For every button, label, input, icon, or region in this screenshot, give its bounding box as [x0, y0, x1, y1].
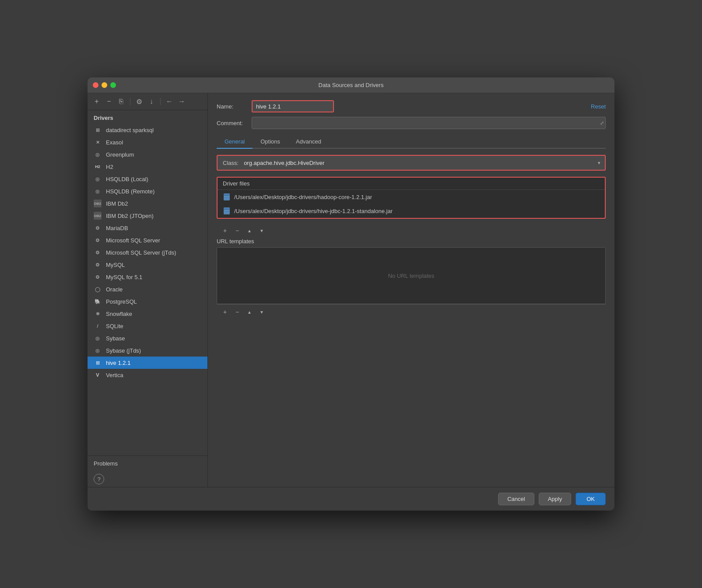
sidebar-item-hive-121[interactable]: ⊞ hive 1.2.1	[88, 357, 207, 369]
name-label: Name:	[217, 103, 252, 110]
sidebar-item-label: Oracle	[106, 286, 123, 293]
reset-button[interactable]: Reset	[591, 103, 606, 110]
sidebar-item-label: MariaDB	[106, 225, 128, 231]
sidebar-item-vertica[interactable]: V Vertica	[88, 369, 207, 381]
main-window: Data Sources and Drivers + − ⎘ ⚙ ↓ ← → D…	[88, 77, 614, 511]
comment-expand-button[interactable]: ⤢	[600, 120, 604, 126]
sidebar-item-oracle[interactable]: ◯ Oracle	[88, 283, 207, 295]
url-toolbar: + − ▲ ▼	[217, 304, 606, 319]
sidebar-item-label: HSQLDB (Local)	[106, 176, 148, 182]
sidebar-item-label: MySQL	[106, 262, 125, 268]
sidebar-item-exasol[interactable]: ✕ Exasol	[88, 136, 207, 148]
sidebar-item-label: Snowflake	[106, 311, 132, 317]
ok-button[interactable]: OK	[576, 493, 606, 505]
close-button[interactable]	[93, 82, 98, 88]
sidebar-item-label: Microsoft SQL Server	[106, 237, 160, 244]
sidebar-item-label: hive 1.2.1	[106, 360, 130, 366]
exasol-icon: ✕	[94, 138, 102, 146]
move-url-up-button[interactable]: ▲	[245, 307, 254, 317]
back-button[interactable]: ←	[165, 97, 174, 106]
jar-icon-1	[223, 207, 231, 215]
maximize-button[interactable]	[110, 82, 116, 88]
drivers-section-label: Drivers	[88, 110, 207, 124]
sidebar-item-greenplum[interactable]: ◎ Greenplum	[88, 148, 207, 161]
sidebar-item-sybase[interactable]: ◎ Sybase	[88, 332, 207, 344]
comment-row: Comment: ⤢	[217, 117, 606, 129]
sidebar-item-sqlite[interactable]: / SQLite	[88, 320, 207, 332]
minimize-button[interactable]	[102, 82, 107, 88]
driver-file-item-0[interactable]: /Users/alex/Desktop/jdbc-drivers/hadoop-…	[218, 190, 605, 204]
cancel-button[interactable]: Cancel	[498, 493, 534, 505]
remove-driver-button[interactable]: −	[104, 97, 114, 106]
add-driver-button[interactable]: +	[92, 97, 102, 106]
remove-url-button[interactable]: −	[232, 307, 242, 317]
mariadb-icon: ⚙	[94, 224, 102, 232]
forward-button[interactable]: →	[177, 97, 186, 106]
sidebar-item-label: Sybase (jTds)	[106, 347, 141, 354]
help-button[interactable]: ?	[94, 474, 104, 484]
driver-file-item-1[interactable]: /Users/alex/Desktop/jdbc-drivers/hive-jd…	[218, 204, 605, 218]
sidebar-item-mysql[interactable]: ⚙ MySQL	[88, 259, 207, 271]
sidebar-item-label: MySQL for 5.1	[106, 274, 142, 280]
driver-file-path-1: /Users/alex/Desktop/jdbc-drivers/hive-jd…	[234, 208, 393, 214]
move-file-up-button[interactable]: ▲	[245, 226, 254, 235]
sidebar-item-h2[interactable]: H2 H2	[88, 161, 207, 173]
name-input-wrapper	[252, 100, 582, 112]
sybase-icon: ◎	[94, 334, 102, 342]
driver-file-path-0: /Users/alex/Desktop/jdbc-drivers/hadoop-…	[234, 194, 372, 200]
comment-wrapper: ⤢	[252, 117, 606, 129]
move-url-down-button[interactable]: ▼	[257, 307, 267, 317]
add-url-button[interactable]: +	[220, 307, 230, 317]
sidebar: + − ⎘ ⚙ ↓ ← → Drivers ⊞ datadirect spark…	[88, 93, 208, 487]
url-templates-section: URL templates No URL templates + − ▲ ▼	[217, 238, 606, 319]
copy-driver-button[interactable]: ⎘	[116, 97, 126, 106]
sidebar-item-postgresql[interactable]: 🐘 PostgreSQL	[88, 295, 207, 308]
sidebar-item-datadirect-sparksql[interactable]: ⊞ datadirect sparksql	[88, 124, 207, 136]
sidebar-toolbar: + − ⎘ ⚙ ↓ ← →	[88, 93, 207, 110]
jar-icon-0	[223, 193, 231, 201]
right-panel: Name: Reset Comment: ⤢ General Options A…	[208, 93, 614, 487]
sidebar-item-hsqldb-remote[interactable]: ◎ HSQLDB (Remote)	[88, 185, 207, 197]
name-row: Name: Reset	[217, 100, 606, 112]
files-toolbar: + − ▲ ▼	[217, 223, 606, 238]
name-input[interactable]	[252, 100, 334, 112]
sidebar-item-snowflake[interactable]: ❄ Snowflake	[88, 308, 207, 320]
mssql-icon: ⚙	[94, 236, 102, 244]
snowflake-icon: ❄	[94, 310, 102, 318]
sidebar-item-label: Sybase	[106, 335, 125, 342]
mssql-jtds-icon: ⚙	[94, 248, 102, 256]
add-file-button[interactable]: +	[220, 226, 230, 235]
settings-button[interactable]: ⚙	[134, 97, 144, 106]
url-templates-empty-text: No URL templates	[388, 273, 435, 279]
driver-files-section: Driver files /Users/alex/Desktop/jdbc-dr…	[217, 177, 606, 219]
problems-link[interactable]: Problems	[94, 460, 118, 467]
sidebar-item-sybase-jtds[interactable]: ◎ Sybase (jTds)	[88, 344, 207, 357]
sidebar-item-mariadb[interactable]: ⚙ MariaDB	[88, 222, 207, 234]
sidebar-item-label: Exasol	[106, 139, 123, 146]
toolbar-separator	[130, 98, 130, 105]
remove-file-button[interactable]: −	[232, 226, 242, 235]
tab-advanced[interactable]: Advanced	[288, 135, 329, 149]
class-row: Class: org.apache.hive.jdbc.HiveDriver ▾	[217, 155, 606, 171]
import-button[interactable]: ↓	[147, 97, 156, 106]
ibm-db2-icon: DB2	[94, 200, 102, 207]
sybase-jtds-icon: ◎	[94, 346, 102, 354]
sidebar-item-mysql-51[interactable]: ⚙ MySQL for 5.1	[88, 271, 207, 283]
sidebar-item-label: IBM Db2	[106, 200, 128, 207]
sidebar-item-microsoft-sql-server[interactable]: ⚙ Microsoft SQL Server	[88, 234, 207, 246]
tab-options[interactable]: Options	[253, 135, 288, 149]
sidebar-item-ibm-db2-jtopen[interactable]: DB2 IBM Db2 (JTOpen)	[88, 210, 207, 222]
sidebar-item-hsqldb-local[interactable]: ◎ HSQLDB (Local)	[88, 173, 207, 185]
driver-files-header: Driver files	[218, 178, 605, 190]
sidebar-item-ibm-db2[interactable]: DB2 IBM Db2	[88, 197, 207, 210]
move-file-down-button[interactable]: ▼	[257, 226, 267, 235]
comment-input[interactable]	[252, 117, 606, 129]
apply-button[interactable]: Apply	[539, 493, 572, 505]
class-select[interactable]: org.apache.hive.jdbc.HiveDriver	[244, 156, 593, 170]
hsqldb-remote-icon: ◎	[94, 187, 102, 195]
hive-icon: ⊞	[94, 359, 102, 367]
oracle-icon: ◯	[94, 285, 102, 293]
tab-general[interactable]: General	[217, 135, 253, 149]
sidebar-item-label: HSQLDB (Remote)	[106, 188, 154, 195]
sidebar-item-microsoft-sql-server-jtds[interactable]: ⚙ Microsoft SQL Server (jTds)	[88, 246, 207, 259]
